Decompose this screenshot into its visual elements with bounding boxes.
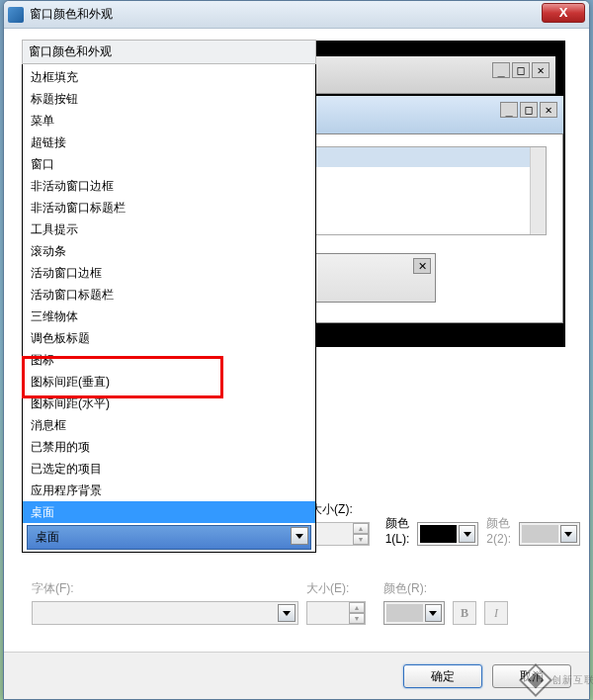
maximize-icon: □ xyxy=(512,62,530,78)
minimize-icon: _ xyxy=(500,102,518,118)
font-size-label: 大小(E): xyxy=(306,580,376,597)
app-icon xyxy=(8,7,24,23)
color-swatch xyxy=(522,525,558,543)
dropdown-item[interactable]: 非活动窗口边框 xyxy=(23,175,315,197)
row-font: 字体(F): 大小(E): ▲▼ 颜色(R): B I xyxy=(32,580,580,625)
color1-picker[interactable] xyxy=(417,522,478,546)
minimize-icon: _ xyxy=(492,62,510,78)
dropdown-item[interactable]: 滚动条 xyxy=(23,240,315,262)
close-button[interactable]: X xyxy=(542,3,585,23)
dropdown-item[interactable]: 边框填充 xyxy=(23,66,315,88)
dropdown-item[interactable]: 工具提示 xyxy=(23,219,315,240)
dropdown-item[interactable]: 桌面 xyxy=(23,501,315,523)
dropdown-item[interactable]: 活动窗口标题栏 xyxy=(23,284,315,306)
dropdown-item[interactable]: 标题按钮 xyxy=(23,88,315,110)
titlebar[interactable]: 窗口颜色和外观 X xyxy=(4,1,589,29)
dropdown-item[interactable]: 消息框 xyxy=(23,414,315,436)
window-title: 窗口颜色和外观 xyxy=(30,6,113,23)
color-swatch xyxy=(386,604,423,622)
italic-button: I xyxy=(484,601,508,625)
maximize-icon: □ xyxy=(520,102,538,118)
item-combo-selected[interactable]: 桌面 xyxy=(27,525,311,550)
preview-scrollbar xyxy=(530,147,546,234)
chevron-down-icon[interactable]: ▼ xyxy=(353,534,369,545)
chevron-up-icon: ▲ xyxy=(349,602,365,613)
close-icon: ✕ xyxy=(532,62,550,78)
dialog-footer: 确定 取消 xyxy=(4,652,589,699)
dropdown-item[interactable]: 图标间距(垂直) xyxy=(23,371,315,393)
dropdown-item[interactable]: 活动窗口边框 xyxy=(23,262,315,284)
dropdown-item[interactable]: 超链接 xyxy=(23,131,315,153)
color1-label: 颜色 xyxy=(385,515,410,532)
chevron-down-icon xyxy=(560,525,577,543)
color2-sub-label: 2(2): xyxy=(486,532,511,546)
color1-sub-label: 1(L): xyxy=(385,532,410,546)
bold-button: B xyxy=(453,601,476,625)
watermark: 创新互联 xyxy=(524,668,593,692)
watermark-text: 创新互联 xyxy=(551,673,593,687)
color-swatch xyxy=(420,525,457,543)
dropdown-item[interactable]: 图标 xyxy=(23,349,315,371)
color2-label: 颜色 xyxy=(486,515,511,532)
close-icon: ✕ xyxy=(413,258,431,274)
chevron-down-icon[interactable] xyxy=(459,525,475,543)
font-combo xyxy=(32,601,298,625)
dropdown-item[interactable]: 调色板标题 xyxy=(23,327,315,349)
size-spinner[interactable]: ▲▼ xyxy=(310,522,370,546)
dropdown-item[interactable]: 已禁用的项 xyxy=(23,436,315,458)
watermark-icon xyxy=(519,663,552,697)
font-size-spinner: ▲▼ xyxy=(306,601,366,625)
color2-picker xyxy=(519,522,580,546)
dropdown-item[interactable]: 已选定的项目 xyxy=(23,458,315,480)
dropdown-item[interactable]: 三维物体 xyxy=(23,306,315,327)
size-label: 大小(Z): xyxy=(310,501,378,518)
chevron-down-icon: ▼ xyxy=(349,613,365,624)
close-icon: ✕ xyxy=(540,102,557,118)
ok-button[interactable]: 确定 xyxy=(403,664,482,688)
font-color-picker xyxy=(383,601,445,625)
font-label: 字体(F): xyxy=(32,580,298,597)
dropdown-header: 窗口颜色和外观 xyxy=(22,40,316,64)
font-color-label: 颜色(R): xyxy=(383,580,445,597)
dropdown-item[interactable]: 菜单 xyxy=(23,110,315,131)
dropdown-item[interactable]: 应用程序背景 xyxy=(23,480,315,501)
dropdown-item[interactable]: 窗口 xyxy=(23,153,315,175)
chevron-up-icon[interactable]: ▲ xyxy=(353,523,369,534)
chevron-down-icon xyxy=(278,604,296,622)
chevron-down-icon xyxy=(425,604,442,622)
chevron-down-icon[interactable] xyxy=(291,527,308,545)
dropdown-item[interactable]: 图标间距(水平) xyxy=(23,393,315,414)
item-dropdown-list[interactable]: 窗口颜色和外观 边框填充标题按钮菜单超链接窗口非活动窗口边框非活动窗口标题栏工具… xyxy=(22,40,316,553)
dropdown-item[interactable]: 非活动窗口标题栏 xyxy=(23,197,315,219)
